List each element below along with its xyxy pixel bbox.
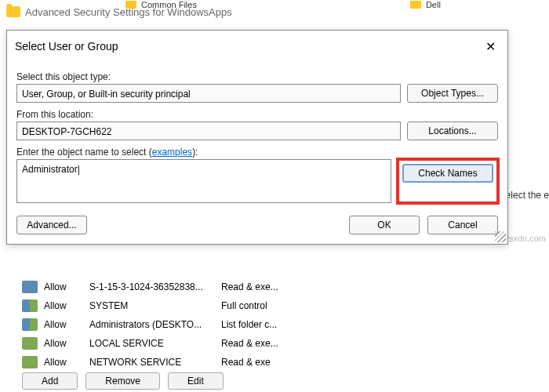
dialog-title: Select User or Group bbox=[15, 40, 118, 53]
permissions-table: Allow S-1-15-3-1024-36352838... Read & e… bbox=[22, 278, 541, 372]
folder-icon bbox=[410, 1, 421, 9]
perm-principal: Administrators (DESKTO... bbox=[89, 319, 215, 330]
perm-principal: NETWORK SERVICE bbox=[89, 357, 215, 368]
table-row[interactable]: Allow LOCAL SERVICE Read & exe... bbox=[22, 334, 541, 353]
table-row[interactable]: Allow SYSTEM Full control bbox=[22, 296, 541, 315]
ok-button[interactable]: OK bbox=[349, 216, 420, 234]
users-icon bbox=[22, 299, 38, 312]
table-row[interactable]: Allow S-1-15-3-1024-36352838... Read & e… bbox=[22, 278, 541, 296]
object-type-label: Select this object type: bbox=[16, 71, 498, 82]
locations-button[interactable]: Locations... bbox=[407, 122, 498, 140]
perm-type: Allow bbox=[44, 300, 83, 311]
select-user-dialog: Select User or Group ✕ Select this objec… bbox=[6, 30, 508, 245]
advanced-button[interactable]: Advanced... bbox=[16, 216, 87, 234]
location-label: From this location: bbox=[16, 109, 498, 120]
perm-type: Allow bbox=[44, 319, 83, 330]
bg-folder-label: Common Files bbox=[141, 0, 197, 9]
bg-folder-row: Common Files Dell bbox=[0, 0, 527, 9]
dialog-titlebar: Select User or Group ✕ bbox=[7, 31, 507, 62]
close-icon[interactable]: ✕ bbox=[481, 37, 500, 56]
bg-folder-label: Dell bbox=[426, 0, 441, 9]
table-row[interactable]: Allow NETWORK SERVICE Read & exe bbox=[22, 353, 541, 372]
perm-type: Allow bbox=[44, 338, 83, 349]
service-icon bbox=[22, 356, 38, 368]
examples-link[interactable]: examples bbox=[152, 147, 192, 158]
perm-access: Read & exe... bbox=[221, 281, 278, 292]
perm-principal: SYSTEM bbox=[89, 300, 215, 311]
group-icon bbox=[22, 281, 38, 293]
perm-access: Read & exe... bbox=[221, 338, 278, 349]
perm-type: Allow bbox=[44, 357, 83, 368]
perm-type: Allow bbox=[44, 281, 83, 292]
perm-access: Read & exe bbox=[221, 357, 271, 368]
location-field: DESKTOP-7GCH622 bbox=[16, 122, 401, 140]
enter-name-label: Enter the object name to select (example… bbox=[16, 147, 498, 158]
cancel-button[interactable]: Cancel bbox=[427, 216, 498, 234]
add-button[interactable]: Add bbox=[22, 372, 78, 390]
watermark: wsxdn.com bbox=[503, 234, 546, 243]
object-type-field: User, Group, or Built-in security princi… bbox=[16, 84, 401, 103]
resize-grip-icon[interactable] bbox=[495, 231, 506, 242]
object-name-input[interactable]: Administrator bbox=[16, 159, 391, 203]
table-row[interactable]: Allow Administrators (DESKTO... List fol… bbox=[22, 315, 541, 334]
object-types-button[interactable]: Object Types... bbox=[407, 84, 498, 103]
folder-icon bbox=[6, 6, 20, 17]
check-names-button[interactable]: Check Names bbox=[402, 164, 493, 183]
edit-button[interactable]: Edit bbox=[168, 372, 224, 390]
perm-access: Full control bbox=[221, 300, 267, 311]
perm-principal: S-1-15-3-1024-36352838... bbox=[89, 281, 215, 292]
perm-access: List folder c... bbox=[221, 319, 277, 330]
enter-name-post: ): bbox=[192, 147, 198, 158]
remove-button[interactable]: Remove bbox=[85, 372, 160, 390]
permission-buttons: Add Remove Edit bbox=[22, 372, 224, 390]
perm-principal: LOCAL SERVICE bbox=[89, 338, 215, 349]
users-icon bbox=[22, 318, 38, 331]
enter-name-pre: Enter the object name to select ( bbox=[16, 147, 152, 158]
folder-icon bbox=[125, 1, 136, 9]
service-icon bbox=[22, 337, 38, 350]
check-names-highlight: Check Names bbox=[398, 159, 498, 203]
